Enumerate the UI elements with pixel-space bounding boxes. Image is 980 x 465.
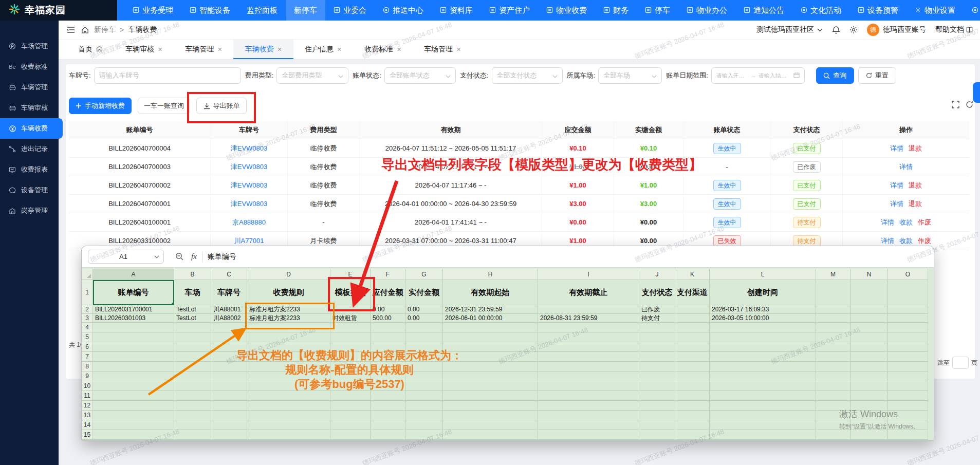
sheet-cell-M5[interactable] — [816, 332, 850, 342]
sheet-cell-B14[interactable] — [174, 420, 211, 430]
sheet-cell-J13[interactable] — [639, 411, 675, 420]
sheet-cell-B2[interactable]: TestLot — [174, 305, 211, 314]
sheet-cell-E13[interactable] — [330, 411, 371, 420]
action-作废[interactable]: 作废 — [918, 236, 931, 246]
sheet-cell-D5[interactable] — [247, 332, 330, 342]
filter-select-3[interactable]: 全部支付状态 — [492, 67, 563, 84]
sheet-cell-L14[interactable] — [710, 420, 816, 430]
sheet-cell-G4[interactable] — [405, 323, 443, 332]
plate-link-text[interactable]: 津EVW0803 — [231, 181, 268, 190]
sheet-cell-M4[interactable] — [816, 323, 850, 332]
filter-select-4[interactable]: 全部车场 — [598, 67, 662, 84]
sheet-cell-D7[interactable] — [247, 352, 330, 362]
sheet-cell-M8[interactable] — [816, 362, 850, 371]
sheet-cell-J1[interactable]: 支付状态 — [639, 280, 675, 305]
sheet-cell-F13[interactable] — [371, 411, 405, 420]
sheet-cell-D2[interactable]: 标准月租方案2233 — [247, 305, 330, 314]
sheet-cell-H9[interactable] — [443, 371, 538, 381]
tab-住户信息[interactable]: 住户信息✕ — [293, 40, 353, 59]
sheet-row-header-11[interactable]: 11 — [82, 391, 93, 401]
sheet-col-header-A[interactable]: A — [93, 269, 174, 280]
sheet-cell-E6[interactable] — [330, 342, 371, 352]
sheet-cell-H6[interactable] — [443, 342, 538, 352]
sheet-cell-L6[interactable] — [710, 342, 816, 352]
sheet-cell-K9[interactable] — [675, 371, 710, 381]
nav-item-停车[interactable]: 停车 — [637, 0, 678, 21]
sheet-cell-H15[interactable] — [443, 430, 538, 440]
sheet-cell-G3[interactable]: 0.00 — [405, 314, 443, 323]
sheet-cell-N10[interactable] — [850, 381, 888, 391]
sheet-col-header-C[interactable]: C — [211, 269, 247, 280]
sheet-cell-I3[interactable]: 2026-08-31 23:59:59 — [538, 314, 639, 323]
sheet-cell-C9[interactable] — [211, 371, 247, 381]
sheet-cell-I14[interactable] — [538, 420, 639, 430]
sheet-cell-C2[interactable]: 川A88001 — [211, 305, 247, 314]
nav-item-物业办公[interactable]: 物业办公 — [678, 0, 735, 21]
sheet-cell-G9[interactable] — [405, 371, 443, 381]
action-详情[interactable]: 详情 — [890, 181, 903, 190]
sheet-cell-H5[interactable] — [443, 332, 538, 342]
sheet-cell-L5[interactable] — [710, 332, 816, 342]
breadcrumb-parent[interactable]: 新停车 — [94, 25, 116, 34]
sheet-cell-B11[interactable] — [174, 391, 211, 401]
sheet-cell-K2[interactable] — [675, 305, 710, 314]
sheet-cell-B12[interactable] — [174, 401, 211, 411]
plate-link-text[interactable]: 京A888880 — [232, 218, 266, 227]
sheet-cell-L11[interactable] — [710, 391, 816, 401]
action-退款[interactable]: 退款 — [909, 144, 922, 153]
sheet-cell-K1[interactable]: 支付渠道 — [675, 280, 710, 305]
nav-item-新停车[interactable]: 新停车 — [286, 0, 325, 21]
sheet-cell-D9[interactable] — [247, 371, 330, 381]
sheet-cell-O2[interactable] — [888, 305, 928, 314]
sheet-cell-O14[interactable] — [888, 420, 928, 430]
sheet-cell-A7[interactable] — [93, 352, 174, 362]
sheet-cell-L7[interactable] — [710, 352, 816, 362]
sheet-cell-M7[interactable] — [816, 352, 850, 362]
sheet-cell-G1[interactable]: 实付金额 — [405, 280, 443, 305]
sheet-cell-A9[interactable] — [93, 371, 174, 381]
gear-icon[interactable] — [849, 26, 858, 34]
fullscreen-icon[interactable] — [952, 101, 959, 110]
sheet-cell-D15[interactable] — [247, 430, 330, 440]
sheet-cell-C8[interactable] — [211, 362, 247, 371]
search-button[interactable]: 查询 — [816, 67, 854, 84]
sheet-corner-cell[interactable] — [82, 269, 93, 280]
nav-item-推送中心[interactable]: 推送中心 — [375, 0, 432, 21]
sheet-cell-A6[interactable] — [93, 342, 174, 352]
side-panel-handle[interactable] — [973, 82, 980, 103]
sheet-cell-B9[interactable] — [174, 371, 211, 381]
sheet-col-header-L[interactable]: L — [710, 269, 816, 280]
sheet-cell-H2[interactable]: 2026-12-31 23:59:59 — [443, 305, 538, 314]
sheet-cell-N15[interactable] — [850, 430, 888, 440]
sheet-cell-O9[interactable] — [888, 371, 928, 381]
sheet-cell-G7[interactable] — [405, 352, 443, 362]
sheet-cell-L9[interactable] — [710, 371, 816, 381]
sheet-cell-I7[interactable] — [538, 352, 639, 362]
help-doc-link[interactable]: 帮助文档 — [935, 25, 973, 34]
sidebar-item-设备管理[interactable]: 设备管理 — [0, 180, 59, 200]
nav-item-业委会[interactable]: 业委会 — [325, 0, 375, 21]
sheet-cell-E8[interactable] — [330, 362, 371, 371]
sheet-col-header-I[interactable]: I — [538, 269, 639, 280]
sheet-cell-N2[interactable] — [850, 305, 888, 314]
sheet-cell-C10[interactable] — [211, 381, 247, 391]
sheet-cell-H8[interactable] — [443, 362, 538, 371]
sheet-cell-F2[interactable]: 0.00 — [371, 305, 405, 314]
plate-link[interactable]: 津EVW0803 — [211, 195, 288, 213]
sidebar-item-进出记录[interactable]: 进出记录 — [0, 139, 59, 159]
sheet-cell-A2[interactable]: BILL2026031700001 — [93, 305, 174, 314]
sheet-cell-C3[interactable]: 川A88002 — [211, 314, 247, 323]
sheet-cell-E12[interactable] — [330, 401, 371, 411]
plate-link-text[interactable]: 川A77001 — [234, 236, 264, 246]
sheet-cell-E1[interactable]: 模板类型 — [330, 280, 371, 305]
sheet-cell-E11[interactable] — [330, 391, 371, 401]
sheet-cell-N13[interactable] — [850, 411, 888, 420]
sheet-cell-F11[interactable] — [371, 391, 405, 401]
sheet-cell-M6[interactable] — [816, 342, 850, 352]
sheet-cell-N11[interactable] — [850, 391, 888, 401]
sheet-cell-F4[interactable] — [371, 323, 405, 332]
sheet-cell-C12[interactable] — [211, 401, 247, 411]
nav-item-物业设置[interactable]: 物业设置 — [907, 0, 964, 21]
sheet-cell-A4[interactable] — [93, 323, 174, 332]
sheet-cell-A8[interactable] — [93, 362, 174, 371]
